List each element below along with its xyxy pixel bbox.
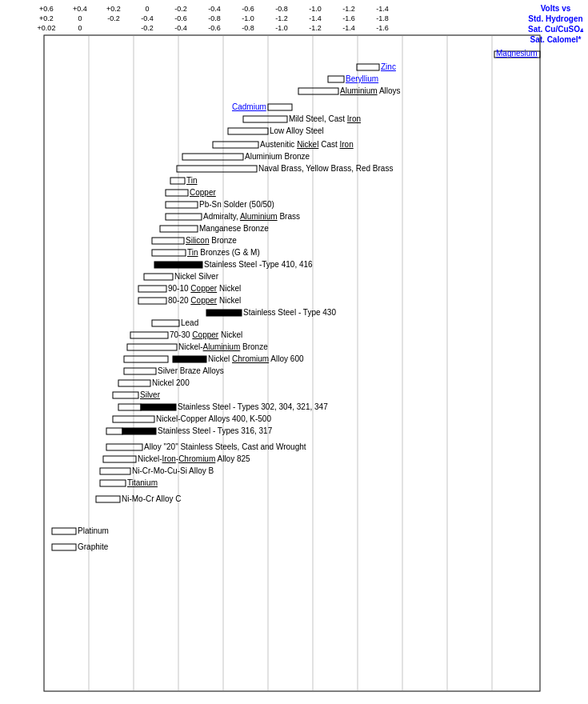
label-cadmium: Cadmium bbox=[232, 102, 266, 111]
axis-r2-v10: -1.6 bbox=[342, 14, 355, 22]
axis-r3-v9: -1.4 bbox=[342, 24, 355, 32]
bar-alloy-20 bbox=[106, 444, 142, 450]
bar-nickel-al-bronze bbox=[127, 344, 177, 350]
label-low-alloy-steel: Low Alloy Steel bbox=[270, 126, 324, 135]
axis-r1-v8: -0.8 bbox=[275, 5, 288, 13]
label-lead: Lead bbox=[181, 318, 198, 327]
bar-graphite bbox=[52, 544, 76, 550]
label-pb-sn: Pb-Sn Solder (50/50) bbox=[199, 200, 274, 209]
label-ni-iron-cr: Nickel-Iron-Chromium Alloy 825 bbox=[138, 454, 250, 463]
bar-beryllium bbox=[328, 76, 344, 82]
label-90-10: 90-10 Copper Nickel bbox=[168, 284, 241, 293]
label-80-20: 80-20 Copper Nickel bbox=[168, 296, 241, 305]
label-70-30: 70-30 Copper Nickel bbox=[170, 330, 242, 339]
bar-ni-mo-cr bbox=[96, 496, 120, 502]
bar-naval-brass bbox=[177, 166, 257, 172]
axis-r3-v10: -1.6 bbox=[376, 24, 389, 32]
axis-r2-v2: 0 bbox=[78, 14, 82, 22]
label-magnesium: Magnesium bbox=[496, 49, 538, 58]
label-copper: Copper bbox=[190, 188, 216, 197]
axis-r3-v2: 0 bbox=[78, 24, 82, 32]
label-ni-cr-600: Nickel Chromium Alloy 600 bbox=[208, 354, 304, 363]
axis-r1-v7: -0.6 bbox=[242, 5, 254, 13]
bar-nickel-200 bbox=[118, 380, 150, 386]
axis-r3-v6: -0.8 bbox=[242, 24, 254, 32]
label-ni-cr-mo: Ni-Cr-Mo-Cu-Si Alloy B bbox=[132, 466, 214, 475]
label-mild-steel: Mild Steel, Cast Iron bbox=[289, 114, 361, 123]
bar-ss-410-416 bbox=[154, 262, 202, 268]
label-ni-mo-cr: Ni-Mo-Cr Alloy C bbox=[122, 494, 181, 503]
axis-r1-v1: +0.6 bbox=[39, 5, 54, 13]
bar-titanium bbox=[100, 480, 126, 486]
label-ni-cu-400: Nickel-Copper Alloys 400, K-500 bbox=[156, 414, 271, 423]
axis-r1-v3: +0.2 bbox=[106, 5, 121, 13]
axis-r2-v4: -0.4 bbox=[141, 14, 154, 22]
label-alloy-20: Alloy "20" Stainless Steels, Cast and Wr… bbox=[144, 442, 306, 451]
bar-ni-cr-600-outer bbox=[124, 356, 168, 362]
axis-r2-v7: -1.0 bbox=[242, 14, 254, 22]
bar-austenitic-nickel bbox=[213, 142, 258, 148]
label-zinc: Zinc bbox=[381, 62, 396, 71]
label-ss-302: Stainless Steel - Types 302, 304, 321, 3… bbox=[178, 402, 328, 411]
label-beryllium: Beryllium bbox=[346, 74, 378, 83]
main-chart: +0.6 +0.4 +0.2 0 -0.2 -0.4 -0.6 -0.8 -1.… bbox=[0, 0, 588, 704]
bar-tin bbox=[170, 178, 185, 184]
bar-cadmium bbox=[268, 104, 292, 110]
label-tin-bronzes: Tin Bronzes (G & M) bbox=[187, 248, 260, 257]
label-admiralty: Admiralty, Aluminium Brass bbox=[203, 212, 300, 221]
bar-ss-316-inner bbox=[122, 428, 156, 434]
bar-zinc bbox=[357, 64, 379, 70]
bar-al-alloys bbox=[298, 88, 338, 94]
label-titanium: Titanium bbox=[127, 478, 158, 487]
label-tin: Tin bbox=[186, 176, 198, 185]
bar-ss-302-outer bbox=[118, 404, 141, 410]
bar-al-bronze bbox=[182, 154, 243, 160]
axis-r1-v4: 0 bbox=[145, 5, 149, 13]
bar-platinum bbox=[52, 528, 76, 534]
axis-r2-v9: -1.4 bbox=[309, 14, 322, 22]
bar-ni-iron-cr bbox=[103, 456, 136, 462]
axis-r3-v4: -0.4 bbox=[174, 24, 187, 32]
bar-lead bbox=[152, 320, 179, 326]
chart-container: Volts vsStd. HydrogenSat. Cu/CuSO₄Sat. C… bbox=[0, 0, 588, 704]
label-ss-430: Stainless Steel - Type 430 bbox=[243, 308, 336, 317]
label-silver: Silver bbox=[140, 390, 161, 399]
label-platinum: Platinum bbox=[78, 526, 109, 535]
axis-r1-v6: -0.4 bbox=[208, 5, 221, 13]
bar-copper bbox=[166, 190, 188, 196]
label-naval-brass: Naval Brass, Yellow Brass, Red Brass bbox=[258, 164, 393, 173]
axis-r2-v8: -1.2 bbox=[275, 14, 288, 22]
axis-r3-v8: -1.2 bbox=[309, 24, 322, 32]
bar-80-20 bbox=[138, 298, 166, 304]
bar-ss-430 bbox=[206, 310, 242, 316]
label-manganese-bronze: Manganese Bronze bbox=[199, 224, 269, 233]
bar-ni-cr-600-inner bbox=[173, 356, 206, 362]
bar-90-10 bbox=[138, 286, 166, 292]
label-nickel-silver: Nickel Silver bbox=[174, 272, 219, 281]
bar-tin-bronzes bbox=[152, 250, 186, 256]
label-silver-braze: Silver Braze Alloys bbox=[158, 366, 224, 375]
label-austenitic-nickel: Austenitic Nickel Cast Iron bbox=[260, 140, 354, 149]
bar-low-alloy-steel bbox=[228, 128, 268, 134]
axis-r1-v2: +0.4 bbox=[73, 5, 87, 13]
label-nickel-al-bronze: Nickel-Aluminium Bronze bbox=[178, 342, 268, 351]
label-ss-316: Stainless Steel - Types 316, 317 bbox=[158, 426, 273, 435]
axis-r2-v11: -1.8 bbox=[376, 14, 389, 22]
label-al-alloys: Aluminium Alloys bbox=[340, 86, 401, 95]
axis-r1-v5: -0.2 bbox=[174, 5, 187, 13]
axis-r2-v5: -0.6 bbox=[174, 14, 187, 22]
axis-r3-v5: -0.6 bbox=[208, 24, 221, 32]
bar-admiralty bbox=[166, 214, 202, 220]
bar-silicon-bronze bbox=[152, 238, 184, 244]
bar-silver bbox=[113, 392, 138, 398]
axis-r3-v1: +0.02 bbox=[38, 24, 56, 32]
bar-manganese-bronze bbox=[160, 226, 198, 232]
bar-nickel-silver bbox=[144, 274, 173, 280]
axis-r1-v10: -1.2 bbox=[342, 5, 355, 13]
axis-r2-v1: +0.2 bbox=[39, 14, 54, 22]
label-silicon-bronze: Silicon Bronze bbox=[186, 236, 237, 245]
bar-ss-316-outer bbox=[106, 428, 122, 434]
axis-r2-v3: -0.2 bbox=[107, 14, 120, 22]
bar-mild-steel bbox=[243, 116, 287, 122]
label-al-bronze: Aluminium Bronze bbox=[245, 152, 310, 161]
